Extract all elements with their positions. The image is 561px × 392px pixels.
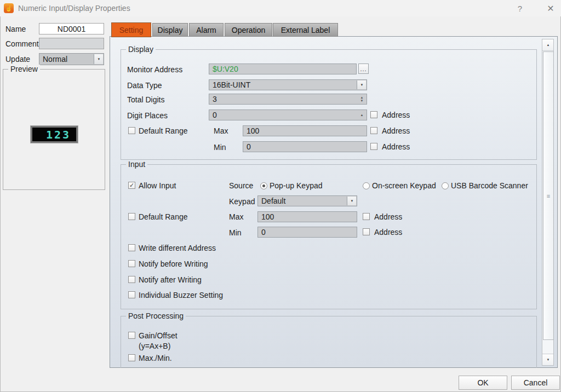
tab-display[interactable]: Display: [152, 23, 188, 37]
comment-label: Comment: [5, 39, 39, 48]
source-label: Source: [229, 181, 253, 190]
keypad-select[interactable]: Default ▼: [257, 195, 357, 206]
chevron-down-icon[interactable]: ▼: [347, 197, 356, 205]
digit-places-value: 0: [213, 111, 217, 119]
display-min-label: Min: [214, 143, 226, 152]
write-different-address-checkbox[interactable]: [128, 244, 135, 251]
tab-alarm[interactable]: Alarm: [189, 23, 224, 37]
monitor-address-label: Monitor Address: [127, 65, 182, 74]
hand-pointer-icon: ☝: [5, 5, 13, 12]
browse-address-button[interactable]: ...: [358, 64, 369, 74]
ok-button[interactable]: OK: [459, 376, 507, 390]
allow-input-checkbox[interactable]: ✓: [128, 182, 135, 189]
input-max-address-checkbox[interactable]: [363, 213, 370, 220]
chevron-down-icon[interactable]: ▼: [357, 80, 366, 89]
notify-before-writing-checkbox[interactable]: [128, 260, 135, 267]
input-default-range-checkbox[interactable]: [128, 213, 135, 220]
title-bar: ☝ Numeric Input/Display Properties ? ✕: [0, 0, 561, 16]
name-label: Name: [5, 25, 26, 33]
source-popup-keypad-radio[interactable]: [260, 182, 267, 189]
numeric-input-display-properties-dialog: { "window": { "title": "Numeric Input/Di…: [0, 0, 561, 392]
individual-buzzer-setting-checkbox[interactable]: [128, 291, 135, 298]
display-max-label: Max: [214, 126, 228, 135]
post-processing-group-title: Post Processing: [126, 312, 186, 320]
check-icon: ✓: [129, 182, 134, 188]
source-usb-barcode-radio[interactable]: [442, 182, 449, 189]
post-processing-group: Post Processing: [121, 316, 537, 368]
source-popup-keypad-label: Pop-up Keypad: [270, 181, 323, 190]
help-icon: ?: [518, 4, 522, 13]
display-min-address-checkbox[interactable]: [370, 143, 377, 150]
grip-icon: ≡: [547, 193, 550, 199]
name-value: ND0001: [58, 25, 85, 33]
total-digits-stepper[interactable]: 3 ▲ ▼: [209, 94, 367, 105]
cancel-button[interactable]: Cancel: [511, 376, 560, 390]
notify-before-writing-label: Notify before Writing: [139, 260, 208, 268]
input-default-range-label: Default Range: [139, 212, 188, 221]
input-min-value: 0: [261, 228, 266, 237]
name-field[interactable]: ND0001: [39, 23, 104, 34]
display-min-field[interactable]: 0: [243, 141, 367, 152]
input-min-address-checkbox[interactable]: [363, 228, 370, 235]
scroll-up-icon: ▲: [546, 43, 549, 47]
display-max-value: 100: [247, 126, 259, 135]
close-button[interactable]: ✕: [545, 3, 557, 14]
update-select[interactable]: Normal ▼: [39, 53, 104, 65]
chevron-down-icon[interactable]: ▼: [94, 54, 103, 64]
input-min-field[interactable]: 0: [257, 227, 357, 238]
input-min-label: Min: [229, 228, 242, 237]
scroll-down-icon: ▼: [546, 358, 549, 362]
tab-operation[interactable]: Operation: [225, 23, 272, 37]
input-max-value: 100: [261, 212, 274, 221]
keypad-label: Keypad: [229, 197, 255, 206]
digit-places-address-checkbox[interactable]: [370, 111, 377, 118]
source-onscreen-keypad-radio[interactable]: [363, 182, 370, 189]
gain-offset-checkbox[interactable]: [128, 332, 135, 339]
display-max-address-checkbox[interactable]: [370, 127, 377, 134]
tab-setting[interactable]: Setting: [111, 22, 151, 37]
scroll-up-button[interactable]: ▲: [542, 39, 553, 51]
scrollbar-thumb[interactable]: ≡: [543, 51, 554, 340]
digit-places-address-label: Address: [382, 111, 410, 119]
individual-buzzer-setting-label: Individual Buzzer Setting: [139, 291, 223, 299]
input-max-address-label: Address: [374, 212, 402, 221]
vertical-scrollbar[interactable]: ▲ ≡ ▼: [542, 39, 554, 366]
source-usb-barcode-label: USB Barcode Scanner: [451, 181, 528, 190]
input-max-field[interactable]: 100: [257, 211, 357, 222]
data-type-value: 16Bit-UINT: [213, 80, 250, 89]
write-different-address-label: Write different Address: [139, 244, 216, 252]
gain-offset-formula: (y=Ax+B): [139, 342, 170, 350]
preview-group-title: Preview: [8, 65, 40, 73]
spinner-up-icon[interactable]: ▲: [359, 110, 364, 120]
tab-external-label[interactable]: External Label: [273, 23, 338, 37]
help-button[interactable]: ?: [514, 3, 526, 14]
input-group-title: Input: [126, 160, 147, 169]
data-type-select[interactable]: 16Bit-UINT ▼: [209, 79, 367, 90]
numeric-display-preview: 123: [31, 126, 78, 143]
preview-digits: 123: [46, 128, 71, 141]
monitor-address-field[interactable]: $U:V20: [209, 64, 357, 74]
app-icon: ☝: [4, 3, 14, 13]
notify-after-writing-label: Notify after Writing: [139, 275, 202, 284]
display-min-address-label: Address: [382, 142, 410, 151]
allow-input-label: Allow Input: [139, 181, 176, 190]
spinner-arrows-icon[interactable]: ▲ ▼: [359, 94, 364, 104]
close-icon: ✕: [547, 3, 554, 14]
window-title: Numeric Input/Display Properties: [18, 4, 130, 13]
display-max-address-label: Address: [382, 126, 410, 135]
source-onscreen-keypad-label: On-screen Keypad: [372, 181, 436, 190]
display-max-field[interactable]: 100: [243, 125, 367, 136]
preview-group: Preview 123: [3, 69, 105, 190]
digit-places-label: Digit Places: [127, 111, 168, 120]
comment-field[interactable]: [39, 38, 104, 49]
monitor-address-value: $U:V20: [213, 65, 238, 73]
display-default-range-label: Default Range: [139, 126, 188, 135]
digit-places-stepper[interactable]: 0 ▲: [209, 109, 367, 120]
max-min-checkbox[interactable]: [128, 354, 135, 361]
scroll-down-button[interactable]: ▼: [542, 354, 553, 365]
notify-after-writing-checkbox[interactable]: [128, 276, 135, 283]
max-min-label: Max./Min.: [139, 354, 172, 362]
gain-offset-label: Gain/Offset: [139, 331, 178, 340]
display-default-range-checkbox[interactable]: [128, 127, 135, 134]
input-max-label: Max: [229, 212, 243, 221]
